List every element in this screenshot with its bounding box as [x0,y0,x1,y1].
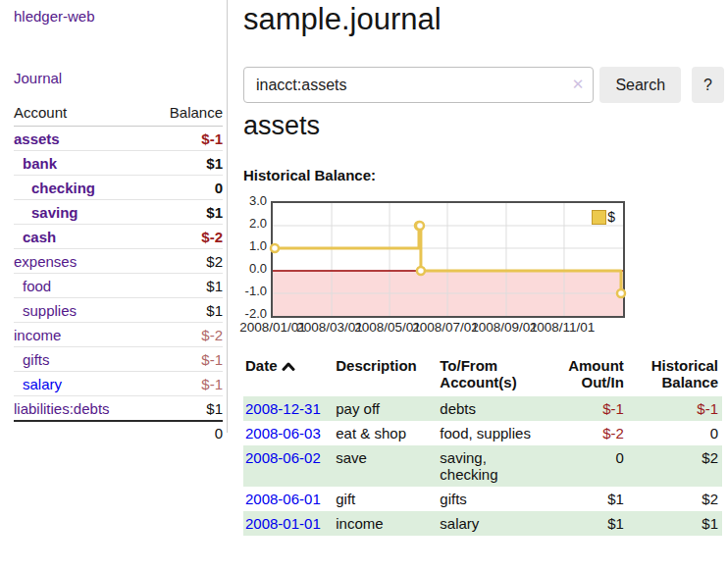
transaction-balance: $-1 [628,396,722,421]
register-row: 2008-12-31pay offdebts$-1$-1 [243,396,722,421]
account-link[interactable]: food [14,278,51,294]
account-row: income$-2 [14,323,223,347]
transaction-date-link[interactable]: 2008-12-31 [245,400,321,417]
sort-ascending-icon [282,358,295,375]
account-link[interactable]: income [14,327,61,343]
transaction-description: eat & shop [334,421,438,445]
description-column-header: Description [334,353,438,396]
account-row: food$1 [14,274,223,298]
account-row: saving$1 [14,200,223,225]
account-balance: $-1 [201,376,223,392]
x-axis-tick-label: 2008/09/01 [471,320,538,335]
chart-plot-area: $ [271,201,625,318]
chart-title: Historical Balance: [243,167,376,183]
account-balance: $1 [206,400,223,417]
account-row: checking0 [14,176,223,200]
account-link[interactable]: assets [14,130,60,147]
transaction-balance: $1 [628,511,722,536]
transaction-balance: 0 [628,421,722,445]
brand-link[interactable]: hledger-web [14,8,95,25]
legend-swatch-icon [592,210,606,225]
search-button[interactable]: Search [599,67,681,103]
transaction-description: save [334,445,438,487]
sidebar-item-journal[interactable]: Journal [14,70,62,86]
y-axis-tick-label: 2.0 [239,216,267,231]
transaction-date-link[interactable]: 2008-06-01 [245,491,321,507]
account-row: bank$1 [14,151,223,176]
transaction-accounts: salary [438,511,550,536]
account-balance: $1 [206,155,223,172]
transaction-accounts: gifts [438,487,550,511]
account-column-header: Account [14,104,67,121]
transaction-amount: $1 [550,487,627,511]
transaction-description: gift [334,487,438,511]
account-balance: $-2 [201,229,223,245]
transaction-amount: 0 [550,445,627,487]
account-link[interactable]: saving [14,204,78,221]
transaction-accounts: debts [438,396,550,421]
account-balance: $-2 [201,327,223,343]
page-title: sample.journal [243,2,724,37]
transaction-accounts: saving, checking [438,445,550,487]
balance-column-header-main: Historical Balance [628,353,722,396]
account-balance-table: Account Balance assets$-1bank$1checking0… [14,102,223,444]
register-row: 2008-06-01giftgifts$1$2 [243,487,722,511]
x-axis-tick-label: 2008/07/01 [412,320,479,335]
account-row: salary$-1 [14,372,223,396]
main-content: sample.journal ✕ Search ? assets Histori… [243,0,724,37]
date-column-header[interactable]: Date [243,353,334,396]
transaction-description: pay off [334,396,438,421]
register-header-row: Date Description To/From Account(s) Amou… [243,353,722,396]
account-link[interactable]: checking [14,180,95,196]
account-row: supplies$1 [14,298,223,323]
transaction-date-link[interactable]: 2008-01-01 [245,515,321,532]
account-row: liabilities:debts$1 [14,396,223,420]
transaction-amount: $1 [550,511,627,536]
clear-search-icon[interactable]: ✕ [572,76,585,93]
historical-balance-chart: 3.02.01.00.0-1.0-2.0 $ 2008/01/012008/03… [239,192,724,337]
account-link[interactable]: salary [14,376,62,392]
help-button[interactable]: ? [692,67,724,103]
account-link[interactable]: bank [14,155,57,172]
total-row: 0 [14,420,223,444]
accounts-column-header: To/From Account(s) [438,353,550,396]
total-balance: 0 [215,425,223,441]
transaction-date-link[interactable]: 2008-06-03 [245,425,321,441]
transaction-accounts: food, supplies [438,421,550,445]
account-link[interactable]: expenses [14,253,77,270]
amount-column-header: Amount Out/In [550,353,627,396]
account-link[interactable]: supplies [14,302,77,319]
y-axis-tick-label: 1.0 [239,238,267,253]
account-balance: $-1 [201,130,223,147]
account-balance: 0 [215,180,223,196]
account-heading: assets [243,111,320,141]
x-axis-tick-label: 2008/03/01 [296,320,363,335]
search-form: ✕ Search ? [243,67,724,103]
transaction-description: income [334,511,438,536]
x-axis-tick-label: 2008/11/01 [530,320,596,335]
account-link[interactable]: gifts [14,351,50,368]
balance-column-header: Balance [170,104,223,121]
y-axis-tick-label: -1.0 [239,284,267,298]
transaction-balance: $2 [628,445,722,487]
account-balance: $1 [206,204,223,221]
transaction-amount: $-2 [550,421,627,445]
transaction-balance: $2 [628,487,722,511]
register-row: 2008-06-03eat & shopfood, supplies$-20 [243,421,722,445]
account-balance: $2 [206,253,223,270]
search-input[interactable] [243,67,594,103]
register-row: 2008-06-02savesaving, checking0$2 [243,445,722,487]
y-axis-tick-label: 3.0 [239,193,267,208]
y-axis-tick-label: -2.0 [239,306,267,321]
chart-plot [273,203,623,316]
account-row: expenses$2 [14,249,223,274]
legend-label: $ [607,209,615,225]
account-link[interactable]: liabilities:debts [14,400,110,417]
register-row: 2008-01-01incomesalary$1$1 [243,511,722,536]
y-axis-tick-label: 0.0 [239,261,267,276]
x-axis-tick-label: 2008/05/01 [354,320,421,335]
account-link[interactable]: cash [14,229,56,245]
transaction-date-link[interactable]: 2008-06-02 [245,449,321,466]
account-row: gifts$-1 [14,347,223,372]
account-row: assets$-1 [14,127,223,151]
